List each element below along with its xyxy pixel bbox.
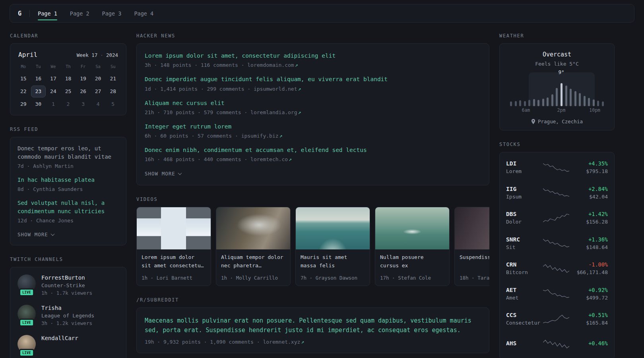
calendar-year: 2024	[106, 52, 118, 58]
weather-feels-like: Feels like 5°C	[506, 61, 608, 67]
app-logo[interactable]: G	[18, 10, 21, 17]
tab-page-2[interactable]: Page 2	[70, 4, 89, 22]
stock-id: DBS Dolor	[506, 211, 543, 225]
channel-info: ForrestBurton Counter-Strike 1h · 1.7k v…	[41, 274, 92, 296]
hn-item-domain[interactable]: loremdomain.com	[247, 62, 294, 68]
stock-row[interactable]: IIG Ipsum +2.84% $42.04	[506, 180, 608, 206]
stocks-widget: STOCKS LDI Lorem +4.35% $795.18 IIG	[499, 142, 615, 358]
hn-meta-text: 6h · 60 points · 57 comments ·	[145, 133, 241, 139]
hn-item-title[interactable]: Integer eget rutrum lorem	[145, 123, 231, 130]
calendar-day: 18	[61, 73, 76, 85]
stock-change: +2.84%	[569, 186, 608, 192]
subreddit-post-title[interactable]: Maecenas mollis pulvinar erat non posuer…	[145, 317, 471, 334]
calendar-card: April Week 17 · 2024 Mo Tu We Th Fr Sa S…	[10, 43, 126, 115]
hn-item-title[interactable]: Donec enim nibh, condimentum et accumsan…	[145, 147, 367, 153]
twitch-channel[interactable]: LIVE KendallCarr	[17, 335, 119, 353]
hackernews-card: Lorem ipsum dolor sit amet, consectetur …	[136, 43, 489, 185]
stock-row[interactable]: CCS Consectetur +0.51% $165.84	[506, 306, 608, 332]
video-card[interactable]: Mauris sit amet massa felis 7h · Grayson…	[295, 207, 370, 286]
calendar-day: 19	[76, 73, 91, 85]
stock-row[interactable]: AHS +0.46%	[506, 332, 608, 357]
hn-item: Donec imperdiet augue tincidunt felis al…	[145, 75, 481, 91]
stock-sparkline	[543, 288, 569, 299]
stock-price: $66,171.48	[569, 269, 608, 275]
rss-item[interactable]: Donec tempor eros leo, ut commodo mauris…	[17, 144, 119, 169]
channel-viewers: 3h · 1.2k viewers	[41, 320, 94, 326]
tab-page-1[interactable]: Page 1	[38, 4, 57, 22]
calendar-day: 26	[76, 86, 91, 97]
stock-name: Amet	[506, 295, 543, 301]
rss-show-more-button[interactable]: SHOW MORE	[17, 232, 54, 237]
weather-condition: Overcast	[506, 51, 608, 58]
stock-price: $42.04	[569, 194, 608, 200]
stock-change: +0.46%	[569, 340, 608, 346]
calendar-day: 17	[46, 73, 61, 85]
stock-row[interactable]: AET Amet +0.92% $499.72	[506, 281, 608, 307]
video-row: Lorem ipsum dolor sit amet consectetu… 1…	[136, 207, 489, 286]
video-card[interactable]: Aliquam tempor dolor nec pharetra… 1h · …	[216, 207, 291, 286]
rss-item-title[interactable]: Sed volutpat nulla nisl, a condimentum n…	[17, 199, 119, 216]
calendar-day-next-month: 5	[105, 98, 120, 110]
hackernews-widget: HACKER NEWS Lorem ipsum dolor sit amet, …	[136, 33, 489, 185]
stocks-card: LDI Lorem +4.35% $795.18 IIG Ipsum	[499, 152, 615, 358]
video-thumbnail	[375, 207, 449, 249]
hn-show-more-button[interactable]: SHOW MORE	[145, 171, 181, 177]
twitch-channel[interactable]: LIVE ForrestBurton Counter-Strike 1h · 1…	[17, 274, 119, 296]
video-title: Mauris sit amet massa felis	[301, 253, 365, 269]
video-card-body: Lorem ipsum dolor sit amet consectetu… 1…	[137, 249, 211, 286]
rss-item-title[interactable]: Donec tempor eros leo, ut commodo mauris…	[17, 144, 119, 161]
tab-page-3[interactable]: Page 3	[102, 4, 122, 22]
videos-widget: VIDEOS Lorem ipsum dolor sit amet consec…	[136, 197, 489, 286]
stock-row[interactable]: SNRC Sit +1.36% $148.64	[506, 231, 608, 256]
channel-name: KendallCarr	[41, 335, 78, 341]
dashboard-grid: CALENDAR April Week 17 · 2024 Mo Tu We T…	[0, 23, 644, 358]
video-thumbnail	[137, 207, 211, 249]
hn-item-domain[interactable]: ipsumify.biz	[241, 133, 279, 139]
rss-item[interactable]: Sed volutpat nulla nisl, a condimentum n…	[17, 199, 119, 224]
hn-item-meta: 21h · 710 points · 579 comments · loreml…	[145, 109, 481, 115]
calendar-day: 20	[91, 73, 106, 85]
stock-values: +1.42% $156.28	[569, 211, 608, 225]
video-thumbnail	[296, 207, 370, 249]
channel-name: Trisha	[41, 305, 94, 311]
video-card-body: Aliquam tempor dolor nec pharetra… 1h · …	[216, 249, 290, 286]
rss-item-title[interactable]: In hac habitasse platea	[17, 176, 119, 184]
subreddit-post-domain[interactable]: loremnet.xyz	[263, 339, 300, 345]
video-meta: 1h · Molly Carrillo	[221, 272, 285, 281]
weekday-header: Sa	[91, 64, 106, 72]
calendar-week-year: Week 17 · 2024	[77, 52, 118, 58]
stock-row[interactable]: CRN Bitcorn -1.00% $66,171.48	[506, 256, 608, 281]
channel-category: Counter-Strike	[41, 282, 92, 288]
hn-item-title[interactable]: Donec imperdiet augue tincidunt felis al…	[145, 76, 388, 82]
time-label: 6am	[522, 107, 530, 113]
hn-item-title[interactable]: Lorem ipsum dolor sit amet, consectetur …	[145, 53, 336, 59]
stock-values: +0.92% $499.72	[569, 287, 608, 301]
stock-row[interactable]: DBS Dolor +1.42% $156.28	[506, 205, 608, 231]
stock-sparkline	[543, 263, 569, 274]
video-meta: 18h · Tara	[460, 272, 489, 281]
calendar-header: April Week 17 · 2024	[16, 50, 120, 64]
weekday-header: Fr	[76, 64, 91, 72]
video-card[interactable]: Lorem ipsum dolor sit amet consectetu… 1…	[136, 207, 211, 286]
stocks-section-label: STOCKS	[499, 142, 615, 147]
calendar-day: 22	[16, 86, 31, 97]
rss-item[interactable]: In hac habitasse platea 8d · Cynthia Sau…	[17, 176, 119, 192]
hn-item-domain[interactable]: loremtech.co	[250, 156, 288, 162]
stock-values: -1.00% $66,171.48	[569, 261, 608, 275]
twitch-channel[interactable]: LIVE Trisha League of Legends 3h · 1.2k …	[17, 305, 119, 326]
hn-item-domain[interactable]: loremlandia.org	[250, 109, 297, 115]
tab-page-4[interactable]: Page 4	[134, 4, 153, 22]
stock-symbol: DBS	[506, 211, 543, 217]
calendar-day: 16	[31, 73, 46, 85]
video-card[interactable]: Nullam posuere cursus ex 17h · Stefan Co…	[375, 207, 450, 286]
calendar-day: 25	[61, 86, 76, 97]
external-link-icon: ↗	[279, 133, 283, 139]
stock-row[interactable]: LDI Lorem +4.35% $795.18	[506, 155, 608, 180]
middle-column: HACKER NEWS Lorem ipsum dolor sit amet, …	[136, 33, 489, 358]
stock-id: SNRC Sit	[506, 236, 543, 250]
stock-sparkline	[543, 339, 569, 350]
calendar-widget: CALENDAR April Week 17 · 2024 Mo Tu We T…	[10, 33, 126, 115]
hn-item-title[interactable]: Aliquam nec cursus elit	[145, 100, 225, 106]
video-card[interactable]: Suspendisse diam 18h · Tara	[454, 207, 489, 286]
hn-item-domain[interactable]: ipsumworld.net	[254, 86, 297, 92]
